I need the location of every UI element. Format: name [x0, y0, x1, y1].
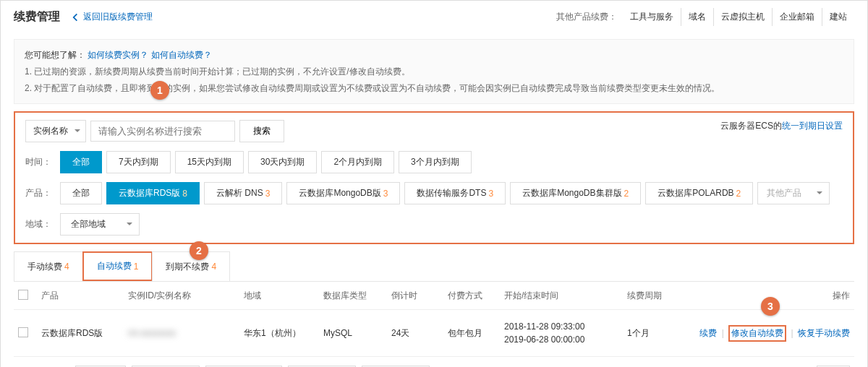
top-link-vhost[interactable]: 云虚拟主机	[713, 8, 772, 26]
product-filter-polardb[interactable]: 云数据库POLARDB 2	[645, 182, 753, 204]
op-modify-auto-renew-link[interactable]: 修改自动续费	[731, 328, 783, 338]
product-filter-dns[interactable]: 云解析 DNS 3	[204, 182, 282, 204]
top-link-tools[interactable]: 工具与服务	[623, 8, 681, 26]
search-input[interactable]	[90, 121, 235, 142]
tab-manual-renew[interactable]: 手动续费 4	[14, 251, 83, 281]
time-filter-2m[interactable]: 2个月内到期	[321, 151, 394, 173]
region-label: 地域：	[25, 218, 56, 230]
time-filter-3m[interactable]: 3个月内到期	[399, 151, 472, 173]
back-to-old-link[interactable]: 返回旧版续费管理	[70, 11, 153, 23]
how-to-renew-link[interactable]: 如何续费实例？	[88, 50, 148, 60]
cell-pay: 包年包月	[448, 327, 504, 340]
cell-cycle: 1个月	[627, 327, 692, 340]
product-filter-mongodb[interactable]: 云数据库MongoDB版 3	[286, 182, 400, 204]
select-all-checkbox[interactable]	[18, 290, 28, 300]
product-filter-mongodb-cluster[interactable]: 云数据库MongoDB集群版 2	[510, 182, 641, 204]
ecs-unified-link-wrap: 云服务器ECS的统一到期日设置	[720, 120, 843, 132]
cell-product: 云数据库RDS版	[41, 327, 128, 340]
chevron-down-icon	[126, 220, 133, 230]
notice-box: 您可能想了解： 如何续费实例？ 如何自动续费？ 1. 已过期的资源，新续费周期从…	[14, 39, 854, 104]
top-link-site[interactable]: 建站	[822, 8, 854, 26]
cell-region: 华东1（杭州）	[244, 327, 323, 340]
th-region: 地域	[244, 290, 323, 302]
time-filter-7d[interactable]: 7天内到期	[106, 151, 171, 173]
notice-you-may: 您可能想了解：	[25, 50, 85, 60]
cell-dbtype: MySQL	[323, 328, 391, 338]
th-pay: 付费方式	[448, 290, 504, 302]
other-products-label: 其他产品续费：	[556, 11, 617, 23]
cell-instance-id: rm-xxxxxxxx	[128, 328, 244, 338]
ecs-prefix: 云服务器ECS的	[720, 121, 782, 131]
cell-countdown: 24天	[391, 327, 448, 340]
table-row: 云数据库RDS版 rm-xxxxxxxx 华东1（杭州） MySQL 24天 包…	[14, 310, 854, 357]
product-filter-rds[interactable]: 云数据库RDS版 8	[106, 182, 200, 204]
other-product-label: 其他产品	[767, 188, 801, 198]
op-restore-manual-link[interactable]: 恢复手动续费	[798, 328, 850, 338]
step-badge-1: 1	[150, 81, 169, 100]
table-header: 产品 实例ID/实例名称 地域 数据库类型 倒计时 付费方式 开始/结束时间 续…	[14, 282, 854, 310]
how-to-auto-renew-link[interactable]: 如何自动续费？	[151, 50, 212, 60]
product-filter-dts[interactable]: 数据传输服务DTS 3	[404, 182, 506, 204]
th-time: 开始/结束时间	[504, 289, 627, 302]
time-filter-15d[interactable]: 15天内到期	[175, 151, 244, 173]
ecs-unified-date-link[interactable]: 统一到期日设置	[782, 121, 843, 131]
notice-line-1: 1. 已过期的资源，新续费周期从续费当前时间开始计算；已过期的实例，不允许设置/…	[25, 64, 843, 80]
product-filter-all[interactable]: 全部	[60, 182, 102, 204]
notice-line-2: 2. 对于配置了自动续费，且即将到期的实例，如果您尝试修改自动续费周期或设置为不…	[25, 80, 843, 97]
other-product-select[interactable]: 其他产品	[757, 182, 830, 204]
product-label: 产品：	[25, 187, 56, 199]
th-product: 产品	[41, 290, 128, 302]
th-cycle: 续费周期	[627, 290, 692, 302]
time-filter-all[interactable]: 全部	[60, 151, 102, 173]
th-dbtype: 数据库类型	[323, 290, 391, 302]
region-value: 全部地域	[71, 219, 106, 229]
cell-time: 2018-11-28 09:33:00 2019-06-28 00:00:00	[504, 320, 627, 346]
arrow-left-icon	[70, 12, 80, 22]
th-instance: 实例ID/实例名称	[128, 290, 244, 302]
region-select[interactable]: 全部地域	[60, 213, 140, 236]
top-link-mail[interactable]: 企业邮箱	[772, 8, 822, 26]
row-checkbox[interactable]	[18, 327, 28, 337]
page-title: 续费管理	[14, 9, 60, 25]
search-type-value: 实例名称	[33, 125, 68, 137]
chevron-down-icon	[816, 189, 823, 199]
search-button[interactable]: 搜索	[239, 120, 284, 142]
back-link-text: 返回旧版续费管理	[83, 11, 153, 23]
step-badge-3: 3	[761, 297, 780, 316]
top-link-domain[interactable]: 域名	[681, 8, 713, 26]
op-renew-link[interactable]: 续费	[699, 328, 717, 338]
filter-panel: 云服务器ECS的统一到期日设置 实例名称 搜索 时间： 全部 7天内到期 15天…	[14, 111, 854, 244]
cell-ops: 续费 | 修改自动续费 | 恢复手动续费	[692, 325, 850, 342]
tab-auto-renew[interactable]: 自动续费 1	[82, 251, 153, 281]
search-type-select[interactable]: 实例名称	[25, 120, 86, 142]
step-badge-2: 2	[190, 241, 208, 260]
th-countdown: 倒计时	[391, 290, 448, 302]
time-label: 时间：	[25, 156, 56, 168]
renew-tabs: 手动续费 4 自动续费 1 到期不续费 4	[14, 251, 854, 282]
time-filter-30d[interactable]: 30天内到期	[248, 151, 317, 173]
chevron-down-icon	[74, 126, 81, 137]
